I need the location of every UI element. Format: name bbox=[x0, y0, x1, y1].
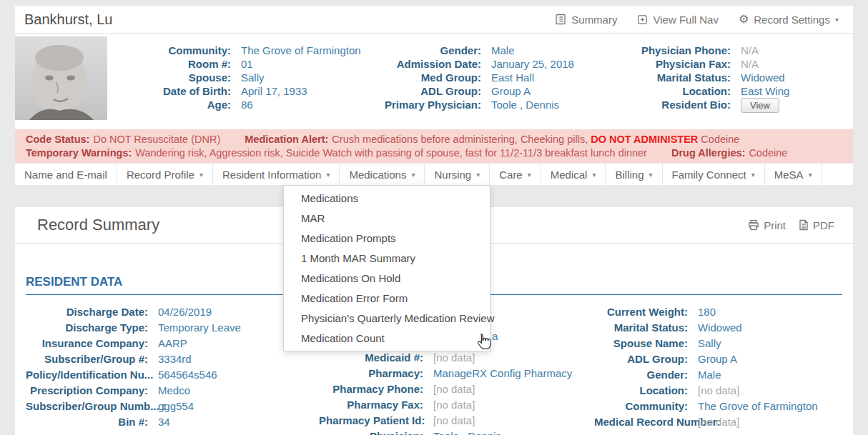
field-row: Marital Status: Widowed bbox=[616, 71, 853, 84]
print-button[interactable]: Print bbox=[748, 219, 786, 231]
view-full-nav-button[interactable]: View Full Nav bbox=[637, 14, 718, 26]
nav-tab-label: Billing bbox=[615, 169, 643, 181]
field-row: Community: The Grove of Farmington bbox=[107, 44, 366, 57]
nav-tab[interactable]: Nursing ▾ bbox=[425, 164, 490, 185]
menu-item[interactable]: Medication Error Form bbox=[284, 289, 490, 309]
field-row: Insurance Company: AARP bbox=[26, 335, 319, 351]
field-value: Temporary Leave bbox=[157, 321, 241, 334]
patient-info-col3: Physician Phone: N/A Physician Fax: N/A … bbox=[616, 44, 853, 129]
chevron-down-icon: ▾ bbox=[751, 171, 755, 179]
record-summary-title: Record Summary bbox=[37, 216, 159, 234]
code-status: Code Status:Do NOT Resuscitate (DNR) bbox=[26, 134, 220, 145]
pdf-icon bbox=[799, 219, 809, 231]
field-value: [no data] bbox=[696, 384, 739, 397]
record-settings-button[interactable]: ⚙ Record Settings ▾ bbox=[739, 14, 839, 26]
nav-tab[interactable]: Medications ▾ bbox=[340, 164, 425, 185]
summary-button[interactable]: Summary bbox=[555, 14, 617, 26]
field-row: Pharmacy Phone: [no data] bbox=[319, 381, 594, 396]
expand-nav-icon bbox=[637, 14, 648, 25]
field-label: Admission Date: bbox=[366, 57, 490, 71]
alert-banner: Code Status:Do NOT Resuscitate (DNR) Med… bbox=[15, 129, 853, 163]
field-row: Location: [no data] bbox=[594, 382, 853, 398]
field-row: Subscriber/Group Numb... : ggg554 bbox=[26, 398, 319, 414]
temporary-warnings-label: Temporary Warnings: bbox=[26, 147, 132, 159]
field-label: Primary Physician: bbox=[366, 98, 490, 111]
patient-info-col1: Community: The Grove of Farmington Room … bbox=[107, 44, 366, 129]
field-value: 04/26/2019 bbox=[157, 305, 212, 319]
resident-bio-value: View bbox=[739, 98, 779, 113]
alert-line-2: Temporary Warnings:Wandering risk, Aggre… bbox=[26, 146, 842, 160]
field-label: Marital Status: bbox=[594, 321, 696, 334]
medication-alert-label: Medication Alert: bbox=[245, 134, 328, 145]
medication-alert-emphasis: DO NOT ADMINISTER bbox=[591, 134, 698, 145]
field-value: [no data] bbox=[432, 414, 475, 427]
field-row: Community: The Grove of Farmington bbox=[594, 398, 853, 414]
field-row: Pharmacy: ManageRX Config Pharmacy bbox=[319, 365, 594, 381]
nav-tab-label: Record Profile bbox=[127, 169, 194, 181]
chevron-down-icon: ▾ bbox=[326, 171, 330, 179]
nav-tab-label: Care bbox=[499, 169, 523, 181]
menu-item[interactable]: Medications bbox=[284, 189, 490, 209]
nav-tab[interactable]: Billing ▾ bbox=[606, 164, 662, 185]
view-bio-button[interactable]: View bbox=[741, 98, 779, 113]
field-value: Toole , Dennis bbox=[432, 429, 501, 435]
nav-tab-label: Family Connect bbox=[672, 169, 746, 181]
field-label: Community: bbox=[107, 44, 240, 57]
nav-tab[interactable]: MeSA ▾ bbox=[765, 164, 822, 185]
menu-item[interactable]: MAR bbox=[284, 209, 490, 229]
field-value: 180 bbox=[696, 305, 716, 319]
chevron-down-icon: ▾ bbox=[411, 171, 415, 179]
field-value: [no data] bbox=[432, 382, 475, 396]
chevron-down-icon: ▾ bbox=[809, 171, 812, 179]
field-label: Pharmacy: bbox=[319, 366, 432, 380]
field-value: The Grove of Farmington bbox=[696, 399, 818, 413]
pdf-button[interactable]: PDF bbox=[799, 219, 834, 231]
print-label: Print bbox=[764, 219, 786, 231]
patient-info-col2: Gender: Male Admission Date: January 25,… bbox=[366, 44, 616, 129]
menu-item[interactable]: Physician's Quarterly Medication Review bbox=[284, 309, 490, 329]
field-row: Spouse Name: Sally bbox=[594, 335, 853, 351]
summary-icon bbox=[555, 14, 566, 25]
field-value: East Hall bbox=[490, 71, 534, 84]
nav-tab[interactable]: Medical ▾ bbox=[541, 164, 606, 185]
field-value: Group A bbox=[696, 352, 737, 366]
field-label: ADL Group: bbox=[366, 84, 490, 98]
field-row: Medicaid #: [no data] bbox=[319, 349, 594, 365]
nav-tab[interactable]: Family Connect ▾ bbox=[663, 164, 765, 185]
patient-info-band: Community: The Grove of Farmington Room … bbox=[15, 34, 853, 129]
menu-item[interactable]: Medication Count bbox=[284, 329, 490, 349]
menu-item[interactable]: Medication Prompts bbox=[284, 229, 490, 249]
field-label: Policy/Identification Nu... bbox=[26, 368, 157, 381]
field-row: Room #: 01 bbox=[107, 57, 366, 71]
temporary-warnings: Temporary Warnings:Wandering risk, Aggre… bbox=[26, 147, 647, 159]
nav-tab[interactable]: Care ▾ bbox=[490, 164, 541, 185]
nav-tab[interactable]: Resident Information ▾ bbox=[213, 164, 340, 185]
alert-line-1: Code Status:Do NOT Resuscitate (DNR) Med… bbox=[26, 133, 842, 146]
field-value: April 17, 1933 bbox=[240, 84, 307, 98]
patient-info-columns: Community: The Grove of Farmington Room … bbox=[107, 34, 853, 129]
medication-alert-pre: Crush medications before administering, … bbox=[332, 134, 588, 145]
field-row: Age: 86 bbox=[107, 98, 366, 111]
field-label: Current Weight: bbox=[594, 305, 696, 319]
field-value: Toole , Dennis bbox=[490, 98, 559, 111]
menu-item[interactable]: Medications On Hold bbox=[284, 269, 490, 289]
field-value: East Wing bbox=[739, 84, 789, 98]
field-row: Physician Fax: N/A bbox=[616, 57, 853, 71]
field-row: Prescription Company: Medco bbox=[26, 382, 319, 398]
drug-allergies-value: Codeine bbox=[749, 147, 787, 159]
field-label: Date of Birth: bbox=[107, 84, 240, 98]
patient-photo bbox=[15, 36, 107, 120]
field-row: Physician: Toole , Dennis bbox=[319, 428, 594, 435]
menu-item[interactable]: 1 Month MAR Summary bbox=[284, 249, 490, 269]
field-value: ggg554 bbox=[157, 399, 194, 413]
field-label: Gender: bbox=[366, 44, 490, 57]
field-label: Prescription Company: bbox=[26, 384, 157, 397]
field-label: Community: bbox=[594, 399, 696, 413]
field-value: Male bbox=[490, 44, 515, 57]
nav-tab-label: Medications bbox=[349, 169, 406, 181]
field-row: Location: East Wing bbox=[616, 84, 853, 98]
nav-tab[interactable]: Name and E-mail ▾ bbox=[15, 164, 117, 185]
record-header-bar: Bankhurst, Lu Summary View Full Nav ⚙ Re… bbox=[15, 6, 853, 34]
nav-tab[interactable]: Record Profile ▾ bbox=[117, 164, 213, 185]
field-value: N/A bbox=[739, 57, 759, 71]
